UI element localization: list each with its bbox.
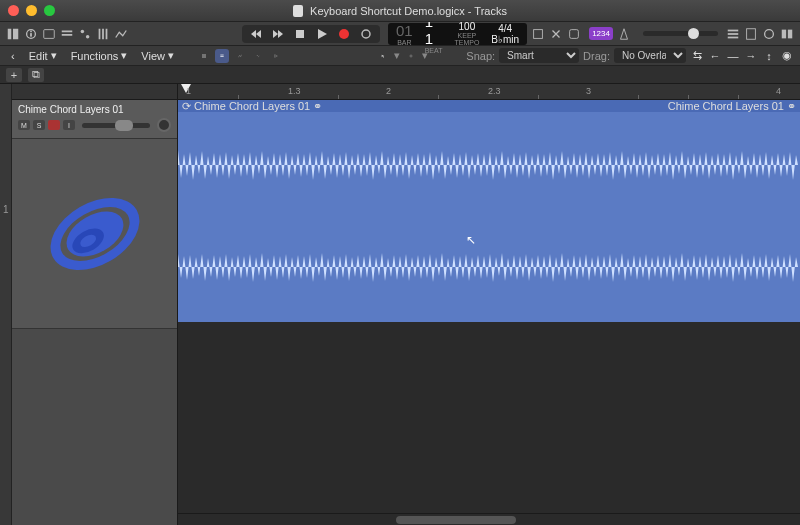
grid-icon[interactable]	[197, 49, 211, 63]
region-lane[interactable]: ⟳ Chime Chord Layers 01 ⚭ Chime Chord La…	[178, 100, 800, 322]
zoom-slider-h[interactable]: —	[726, 49, 740, 63]
region-header[interactable]: ⟳ Chime Chord Layers 01 ⚭ Chime Chord La…	[178, 100, 800, 112]
drag-label: Drag:	[583, 50, 610, 62]
svg-rect-6	[62, 30, 73, 32]
solo-button[interactable]	[567, 26, 581, 42]
master-volume-slider[interactable]	[643, 31, 718, 36]
notes-button[interactable]	[744, 26, 758, 42]
count-in-badge[interactable]: 1234	[589, 27, 613, 40]
add-track-button[interactable]: +	[6, 68, 22, 82]
solo-button[interactable]: S	[33, 120, 45, 130]
horizontal-scrollbar[interactable]	[178, 513, 800, 525]
zoom-vertical-out-icon[interactable]: ↕	[762, 49, 776, 63]
snap-select[interactable]: Smart	[499, 48, 579, 63]
chevron-down-icon: ▾	[51, 49, 57, 62]
svg-rect-28	[204, 56, 205, 57]
metronome-button[interactable]	[617, 26, 631, 42]
pan-knob[interactable]	[157, 118, 171, 132]
track-number-gutter: 1	[0, 84, 12, 525]
zoom-horizontal-in-icon[interactable]: →	[744, 49, 758, 63]
drag-select[interactable]: No Overlap	[614, 48, 686, 63]
record-enable-button[interactable]	[48, 120, 60, 130]
loop-icon: ⟳	[182, 100, 191, 112]
audio-region[interactable]: ⟳ Chime Chord Layers 01 ⚭ Chime Chord La…	[178, 100, 800, 322]
forward-button[interactable]	[270, 27, 286, 41]
duplicate-track-button[interactable]: ⧉	[28, 68, 44, 82]
svg-rect-23	[782, 29, 786, 38]
arrange-area[interactable]: 1 1.3 2 2.3 3 4 ⟳ Chime Chord Layers 01 …	[178, 84, 800, 525]
pointer-tool-icon[interactable]	[376, 49, 390, 63]
ruler-tick: 1.3	[288, 86, 301, 96]
replace-button[interactable]	[531, 26, 545, 42]
region-name-right: Chime Chord Layers 01	[668, 100, 784, 112]
record-button[interactable]	[336, 27, 352, 41]
stop-button[interactable]	[292, 27, 308, 41]
waveform-area[interactable]: ↖	[178, 112, 800, 322]
zoom-window-button[interactable]	[44, 5, 55, 16]
svg-rect-20	[728, 36, 739, 38]
input-monitor-button[interactable]: I	[63, 120, 75, 130]
svg-rect-5	[44, 29, 55, 38]
list-editors-button[interactable]	[726, 26, 740, 42]
mixer-button[interactable]	[96, 26, 110, 42]
mute-button[interactable]: M	[18, 120, 30, 130]
track-name[interactable]: Chime Chord Layers 01	[18, 104, 171, 115]
marquee-tool-icon[interactable]	[404, 49, 418, 63]
ruler-tick: 4	[776, 86, 781, 96]
toolbar-button[interactable]	[60, 26, 74, 42]
track-list-ruler	[12, 84, 177, 100]
close-window-button[interactable]	[8, 5, 19, 16]
ruler-tick: 3	[586, 86, 591, 96]
timeline-ruler[interactable]: 1 1.3 2 2.3 3 4	[178, 84, 800, 100]
title-bar: Keyboard Shortcut Demo.logicx - Tracks	[0, 0, 800, 22]
svg-point-3	[30, 30, 32, 32]
editors-button[interactable]	[114, 26, 128, 42]
track-number: 1	[3, 204, 9, 215]
svg-rect-11	[102, 28, 104, 39]
catch-icon[interactable]	[269, 49, 283, 63]
zoom-horizontal-out-icon[interactable]: ←	[708, 49, 722, 63]
flex-icon[interactable]	[251, 49, 265, 63]
svg-point-14	[339, 29, 349, 39]
svg-rect-4	[30, 33, 32, 37]
track-icon-area[interactable]	[12, 139, 177, 329]
library-button[interactable]	[6, 26, 20, 42]
snap-label: Snap:	[466, 50, 495, 62]
waveform-zoom-icon[interactable]: ◉	[780, 49, 794, 63]
automation-icon[interactable]	[233, 49, 247, 63]
list-view-icon[interactable]	[215, 49, 229, 63]
browser-button[interactable]	[780, 26, 794, 42]
volume-knob[interactable]	[688, 28, 699, 39]
svg-rect-7	[62, 34, 73, 36]
edit-menu[interactable]: Edit ▾	[24, 47, 62, 64]
quick-help-button[interactable]	[42, 26, 56, 42]
link-icon[interactable]: ⇆	[690, 49, 704, 63]
minimize-window-button[interactable]	[26, 5, 37, 16]
cycle-button[interactable]	[358, 27, 374, 41]
fader-knob[interactable]	[115, 120, 133, 131]
svg-rect-25	[202, 54, 203, 55]
loops-button[interactable]	[762, 26, 776, 42]
svg-rect-26	[204, 54, 205, 55]
scrollbar-thumb[interactable]	[396, 516, 516, 524]
svg-point-9	[86, 34, 90, 38]
functions-menu[interactable]: Functions ▾	[66, 47, 133, 64]
chevron-left-icon[interactable]: ‹	[6, 48, 20, 64]
lcd-tempo-label: TEMPO	[454, 39, 479, 46]
volume-fader[interactable]	[82, 123, 150, 128]
view-menu[interactable]: View ▾	[136, 47, 179, 64]
lcd-bar-dim: 01	[396, 22, 413, 39]
lcd-tempo: 100	[459, 21, 476, 32]
autopunch-button[interactable]	[549, 26, 563, 42]
rewind-button[interactable]	[248, 27, 264, 41]
play-button[interactable]	[314, 27, 330, 41]
waveform-right	[178, 242, 798, 292]
svg-rect-12	[106, 28, 108, 39]
transport-controls	[242, 25, 380, 43]
main-toolbar: 01BAR 1 1BEAT 100KEEPTEMPO 4/4B♭min 1234	[0, 22, 800, 46]
inspector-button[interactable]	[24, 26, 38, 42]
lcd-display[interactable]: 01BAR 1 1BEAT 100KEEPTEMPO 4/4B♭min	[388, 23, 527, 45]
window-title-text: Keyboard Shortcut Demo.logicx - Tracks	[310, 5, 507, 17]
smart-controls-button[interactable]	[78, 26, 92, 42]
track-header[interactable]: Chime Chord Layers 01 M S I	[12, 100, 177, 139]
